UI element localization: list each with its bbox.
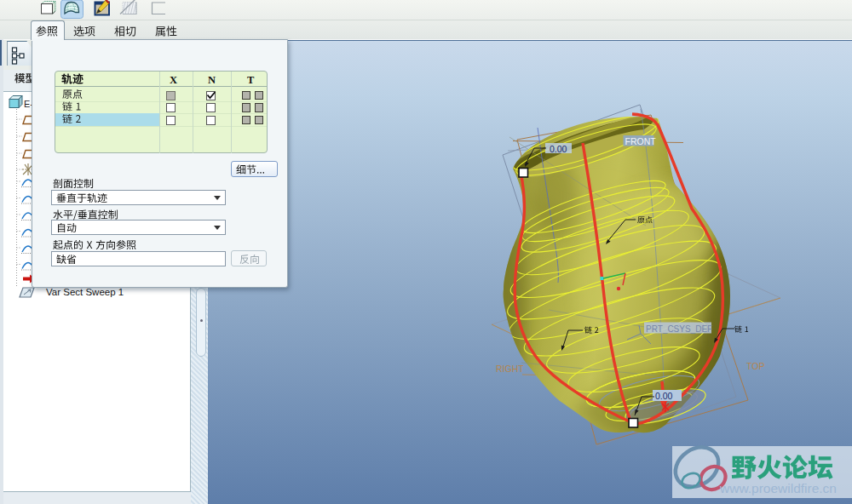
svg-text:PRT_CSYS_DEF: PRT_CSYS_DEF — [646, 324, 712, 334]
svg-text:FRONT: FRONT — [625, 136, 657, 146]
svg-text:0.00: 0.00 — [550, 144, 567, 154]
svg-text:TOP: TOP — [746, 361, 764, 371]
svg-text:www.proewildfire.cn: www.proewildfire.cn — [719, 481, 837, 495]
svg-text:RIGHT: RIGHT — [496, 364, 524, 374]
svg-text:0.00: 0.00 — [655, 391, 673, 401]
